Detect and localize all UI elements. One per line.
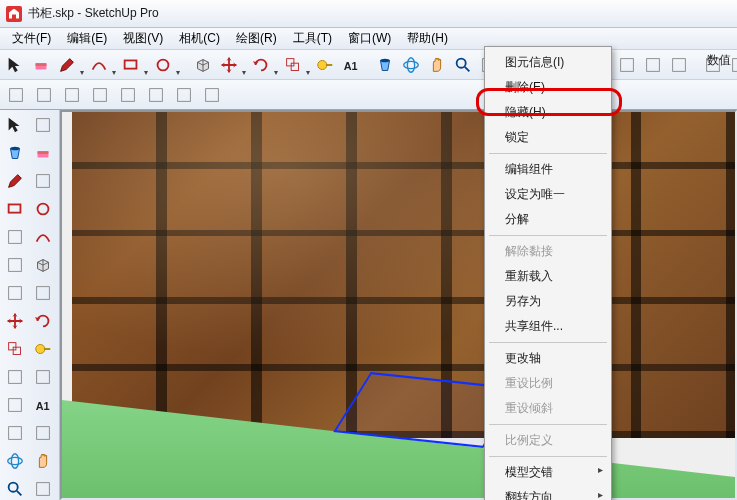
ctx-设定为唯一[interactable]: 设定为唯一: [487, 182, 609, 207]
rotate-tool[interactable]: [250, 53, 272, 77]
make-comp-tool[interactable]: [4, 83, 28, 107]
rect-tool[interactable]: [2, 196, 28, 222]
look-tool[interactable]: [642, 53, 664, 77]
pie-tool[interactable]: [2, 252, 28, 278]
pan-tool[interactable]: [426, 53, 448, 77]
orbit-tool[interactable]: [400, 53, 422, 77]
freehand-tool[interactable]: [30, 168, 56, 194]
offset-tool[interactable]: [30, 280, 56, 306]
followme-tool[interactable]: [2, 280, 28, 306]
svg-rect-59: [9, 399, 22, 412]
rect-dropdown-icon[interactable]: ▾: [144, 53, 148, 77]
text-tool[interactable]: A1: [340, 53, 362, 77]
menu-view[interactable]: 视图(V): [115, 28, 171, 49]
select-tool[interactable]: [2, 112, 28, 138]
axes-tool[interactable]: [30, 364, 56, 390]
eraser-tool[interactable]: [30, 140, 56, 166]
pushpull-tool[interactable]: [30, 252, 56, 278]
arc-tool[interactable]: [30, 224, 56, 250]
tape-tool[interactable]: [314, 53, 336, 77]
arc-tool[interactable]: [88, 53, 110, 77]
ctx-翻转方向[interactable]: 翻转方向: [487, 485, 609, 500]
poly-tool[interactable]: [2, 224, 28, 250]
section-tool[interactable]: [30, 420, 56, 446]
eraser2-tool[interactable]: [88, 83, 112, 107]
rect-tool[interactable]: [120, 53, 142, 77]
ctx-模型交错[interactable]: 模型交错: [487, 460, 609, 485]
3dtext-tool[interactable]: [2, 420, 28, 446]
arc-dropdown-icon[interactable]: ▾: [112, 53, 116, 77]
line-tool[interactable]: [2, 168, 28, 194]
paint-tool[interactable]: [2, 140, 28, 166]
menu-file[interactable]: 文件(F): [4, 28, 59, 49]
text-tool[interactable]: A1: [30, 392, 56, 418]
paint-bucket-tool[interactable]: [32, 83, 56, 107]
menu-camera[interactable]: 相机(C): [171, 28, 228, 49]
ctx-锁定[interactable]: 锁定: [487, 125, 609, 150]
orbit-tool[interactable]: [2, 448, 28, 474]
text2-tool[interactable]: [172, 83, 196, 107]
title-bar: 书柜.skp - SketchUp Pro: [0, 0, 737, 28]
3dtext-icon: [5, 423, 25, 443]
menu-bar: 文件(F) 编辑(E) 视图(V) 相机(C) 绘图(R) 工具(T) 窗口(W…: [0, 28, 737, 50]
pushpull-icon: [33, 255, 53, 275]
zoom-tool[interactable]: [2, 476, 28, 500]
svg-point-55: [36, 344, 45, 353]
dim2-tool[interactable]: [200, 83, 224, 107]
move-dropdown-icon[interactable]: ▾: [242, 53, 246, 77]
rotate-tool[interactable]: [30, 308, 56, 334]
zoom-win-tool[interactable]: [30, 476, 56, 500]
scale-tool[interactable]: [282, 53, 304, 77]
protractor-tool[interactable]: [668, 53, 690, 77]
svg-rect-39: [206, 88, 219, 101]
ctx-图元信息I[interactable]: 图元信息(I): [487, 50, 609, 75]
poly2-tool[interactable]: [144, 83, 168, 107]
make-comp-tool[interactable]: [30, 112, 56, 138]
ctx-共享组件[interactable]: 共享组件...: [487, 314, 609, 339]
dim-icon: [5, 395, 25, 415]
zoom-tool[interactable]: [452, 53, 474, 77]
ctx-分解[interactable]: 分解: [487, 207, 609, 232]
move-tool[interactable]: [2, 308, 28, 334]
ctx-隐藏H[interactable]: 隐藏(H): [487, 100, 609, 125]
circle-dropdown-icon[interactable]: ▾: [176, 53, 180, 77]
bucket2-tool[interactable]: [60, 83, 84, 107]
protractor-tool[interactable]: [2, 364, 28, 390]
line-tool[interactable]: [56, 53, 78, 77]
rotate-dropdown-icon[interactable]: ▾: [274, 53, 278, 77]
scale-tool[interactable]: [2, 336, 28, 362]
scale-dropdown-icon[interactable]: ▾: [306, 53, 310, 77]
menu-tools[interactable]: 工具(T): [285, 28, 340, 49]
svg-marker-0: [9, 57, 20, 72]
ctx-删除E[interactable]: 删除(E): [487, 75, 609, 100]
ctx-更改轴[interactable]: 更改轴: [487, 346, 609, 371]
ctx-重新载入[interactable]: 重新载入: [487, 264, 609, 289]
pushpull-tool[interactable]: [192, 53, 214, 77]
eraser-icon: [33, 143, 53, 163]
paint-icon: [5, 143, 25, 163]
ctx-另存为[interactable]: 另存为: [487, 289, 609, 314]
viewport-3d[interactable]: [60, 110, 737, 500]
paint-tool[interactable]: [374, 53, 396, 77]
menu-draw[interactable]: 绘图(R): [228, 28, 285, 49]
eraser-tool[interactable]: [30, 53, 52, 77]
context-menu-separator: [489, 424, 607, 425]
walk-tool[interactable]: [616, 53, 638, 77]
menu-help[interactable]: 帮助(H): [399, 28, 456, 49]
menu-window[interactable]: 窗口(W): [340, 28, 399, 49]
svg-rect-25: [733, 58, 737, 71]
circle-tool[interactable]: [152, 53, 174, 77]
line-dropdown-icon[interactable]: ▾: [80, 53, 84, 77]
move-tool[interactable]: [218, 53, 240, 77]
svg-rect-6: [287, 58, 294, 65]
select-tool[interactable]: [4, 53, 26, 77]
ctx-编辑组件[interactable]: 编辑组件: [487, 157, 609, 182]
pan-tool[interactable]: [30, 448, 56, 474]
poly-tool[interactable]: [116, 83, 140, 107]
dim-tool[interactable]: [2, 392, 28, 418]
arc-icon: [89, 55, 109, 75]
select-icon: [5, 115, 25, 135]
menu-edit[interactable]: 编辑(E): [59, 28, 115, 49]
tape-tool[interactable]: [30, 336, 56, 362]
circle-tool[interactable]: [30, 196, 56, 222]
